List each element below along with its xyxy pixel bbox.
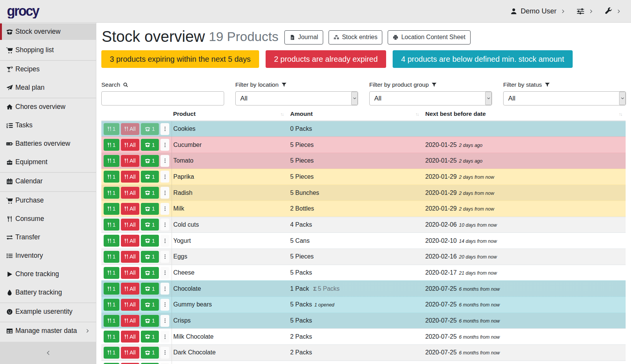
consume-all-button[interactable]: All (121, 267, 139, 279)
consume-all-button[interactable]: All (121, 331, 139, 343)
consume-one-button[interactable]: 1 (104, 283, 119, 295)
sidebar-item-manage-master-data[interactable]: Manage master data (0, 323, 96, 339)
consume-one-button[interactable]: 1 (104, 187, 119, 199)
consume-all-button[interactable]: All (121, 171, 139, 183)
row-menu-button[interactable] (160, 283, 169, 295)
row-menu-button[interactable] (160, 235, 169, 247)
consume-one-button[interactable]: 1 (104, 219, 119, 231)
sidebar-item-stock-overview[interactable]: Stock overview (0, 23, 96, 40)
product-column-header[interactable]: Product ↑↓ (172, 109, 289, 121)
open-one-button[interactable]: 1 (141, 283, 159, 295)
sidebar-item-example-userentity[interactable]: Example userentity (0, 303, 96, 320)
utensils-icon (124, 142, 128, 148)
open-one-button[interactable]: 1 (141, 139, 159, 151)
open-one-button[interactable]: 1 (141, 171, 159, 183)
row-menu-button[interactable] (160, 331, 169, 343)
sidebar-item-recipes[interactable]: Recipes (0, 61, 96, 77)
search-input[interactable] (101, 91, 224, 105)
open-one-button[interactable]: 1 (141, 267, 159, 279)
alert-warning-button[interactable]: 3 products expiring within the next 5 da… (101, 50, 259, 68)
consume-all-button[interactable]: All (121, 139, 139, 151)
user-menu[interactable]: Demo User (510, 7, 566, 15)
open-one-button[interactable]: 1 (141, 315, 159, 327)
consume-one-button[interactable]: 1 (104, 139, 119, 151)
sidebar-item-tasks[interactable]: Tasks (0, 117, 96, 133)
row-menu-button[interactable] (160, 315, 169, 327)
row-menu-button[interactable] (160, 123, 169, 135)
open-one-button[interactable]: 1 (141, 299, 159, 311)
consume-all-button[interactable]: All (121, 283, 139, 295)
sidebar-item-equipment[interactable]: Equipment (0, 154, 96, 170)
consume-all-button[interactable]: All (121, 235, 139, 247)
location-filter-select[interactable]: All (235, 91, 358, 105)
consume-one-button[interactable]: 1 (104, 171, 119, 183)
open-one-button[interactable]: 1 (141, 155, 159, 167)
open-one-button[interactable]: 1 (141, 331, 159, 343)
consume-one-button[interactable]: 1 (104, 123, 119, 135)
row-menu-button[interactable] (160, 187, 169, 199)
location-content-sheet-button[interactable]: Location Content Sheet (388, 30, 470, 44)
consume-all-button[interactable]: All (121, 347, 139, 359)
consume-all-button[interactable]: All (121, 251, 139, 263)
sidebar-item-shopping-list[interactable]: Shopping list (0, 42, 96, 58)
open-one-button[interactable]: 1 (141, 123, 159, 135)
consume-all-button[interactable]: All (121, 155, 139, 167)
row-menu-button[interactable] (160, 155, 169, 167)
open-one-button[interactable]: 1 (141, 235, 159, 247)
open-one-button[interactable]: 1 (141, 187, 159, 199)
consume-all-button[interactable]: All (121, 219, 139, 231)
consume-all-button[interactable]: All (121, 315, 139, 327)
utensils-icon (124, 286, 128, 292)
consume-one-button[interactable]: 1 (104, 251, 119, 263)
sidebar-item-calendar[interactable]: Calendar (0, 173, 96, 189)
sidebar-item-meal-plan[interactable]: Meal plan (0, 79, 96, 96)
open-one-button[interactable]: 1 (141, 347, 159, 359)
consume-one-button[interactable]: 1 (104, 203, 119, 215)
consume-one-button[interactable]: 1 (104, 315, 119, 327)
sidebar-item-consume[interactable]: Consume (0, 211, 96, 227)
sidebar-item-battery-tracking[interactable]: Battery tracking (0, 284, 96, 301)
app-logo[interactable]: grocy (7, 3, 39, 18)
sidebar-item-purchase[interactable]: Purchase (0, 192, 96, 209)
alert-info-button[interactable]: 4 products are below defined min. stock … (393, 50, 573, 68)
sidebar-item-transfer[interactable]: Transfer (0, 229, 96, 245)
consume-one-button[interactable]: 1 (104, 347, 119, 359)
row-menu-button[interactable] (160, 203, 169, 215)
open-one-button[interactable]: 1 (141, 251, 159, 263)
sidebar-item-batteries-overview[interactable]: Batteries overview (0, 135, 96, 152)
row-menu-button[interactable] (160, 347, 169, 359)
consume-one-button[interactable]: 1 (104, 235, 119, 247)
row-menu-button[interactable] (160, 139, 169, 151)
stock-entries-button[interactable]: Stock entries (329, 30, 382, 44)
journal-button[interactable]: Journal (284, 30, 323, 44)
row-menu-button[interactable] (160, 251, 169, 263)
alert-danger-button[interactable]: 2 products are already expired (266, 50, 386, 68)
row-menu-button[interactable] (160, 267, 169, 279)
open-one-button[interactable]: 1 (141, 219, 159, 231)
top-navbar: grocy Demo User (0, 0, 631, 23)
open-one-button[interactable]: 1 (141, 203, 159, 215)
consume-one-button[interactable]: 1 (104, 267, 119, 279)
ellipsis-v-icon (162, 286, 168, 292)
consume-all-button[interactable]: All (121, 299, 139, 311)
product-group-filter-select[interactable]: All (369, 91, 492, 105)
admin-menu[interactable] (605, 7, 622, 15)
consume-all-button[interactable]: All (121, 203, 139, 215)
row-menu-button[interactable] (160, 299, 169, 311)
consume-all-button[interactable]: All (121, 123, 139, 135)
settings-menu[interactable] (576, 7, 594, 15)
sidebar-item-inventory[interactable]: Inventory (0, 247, 96, 264)
sidebar-collapse-button[interactable] (0, 342, 96, 364)
row-menu-button[interactable] (160, 171, 169, 183)
row-menu-button[interactable] (160, 219, 169, 231)
consume-one-button[interactable]: 1 (104, 331, 119, 343)
consume-all-button[interactable]: All (121, 187, 139, 199)
consume-one-button[interactable]: 1 (104, 155, 119, 167)
sidebar-item-chores-overview[interactable]: Chores overview (0, 99, 96, 115)
boxes-icon (334, 35, 339, 40)
sidebar-item-chore-tracking[interactable]: Chore tracking (0, 266, 96, 282)
amount-column-header[interactable]: Amount ↑↓ (289, 109, 424, 121)
status-filter-select[interactable]: All (503, 91, 626, 105)
consume-one-button[interactable]: 1 (104, 299, 119, 311)
date-column-header[interactable]: Next best before date ↑↓ (424, 109, 626, 121)
